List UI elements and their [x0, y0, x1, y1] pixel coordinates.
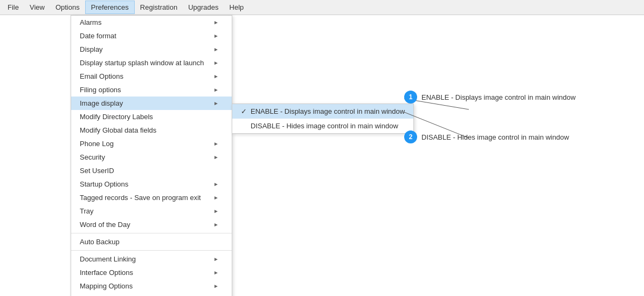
menu-item-mapping-options[interactable]: Mapping Options ►: [71, 279, 232, 293]
arrow-icon: ►: [213, 46, 219, 52]
callout-text-1: ENABLE - Displays image control in main …: [421, 93, 576, 101]
menu-preferences[interactable]: Preferences: [85, 1, 135, 14]
arrow-icon: ►: [213, 141, 219, 147]
callout-2: 2 DISABLE - Hides image control in main …: [404, 130, 576, 143]
menu-item-tagged-records[interactable]: Tagged records - Save on program exit ►: [71, 191, 232, 204]
arrow-icon: ►: [213, 181, 219, 187]
callout-text-2: DISABLE - Hides image control in main wi…: [421, 133, 569, 141]
menubar: File View Options Preferences Registrati…: [0, 0, 644, 15]
separator-1: [71, 233, 232, 233]
arrow-icon: ►: [213, 33, 219, 39]
menu-item-quick-tips[interactable]: Quick Tips ►: [71, 293, 232, 296]
menu-item-phone-log[interactable]: Phone Log ►: [71, 137, 232, 150]
callout-badge-2: 2: [404, 130, 417, 143]
callout-badge-1: 1: [404, 91, 417, 104]
arrow-icon: ►: [213, 154, 219, 160]
arrow-icon: ►: [213, 60, 219, 66]
submenu-disable-img[interactable]: DISABLE - Hides image control in main wi…: [232, 119, 413, 133]
arrow-icon: ►: [213, 270, 219, 276]
arrow-icon: ►: [213, 195, 219, 201]
menu-options[interactable]: Options: [50, 1, 85, 13]
menu-view[interactable]: View: [24, 1, 50, 13]
callout-container: 1 ENABLE - Displays image control in mai…: [404, 91, 576, 170]
menu-item-display[interactable]: Display ►: [71, 43, 232, 56]
menu-item-modify-dir-labels[interactable]: Modify Directory Labels: [71, 110, 232, 123]
menu-item-alarms[interactable]: Alarms ►: [71, 16, 232, 29]
menu-item-email-options[interactable]: Email Options ►: [71, 70, 232, 83]
menu-item-startup-options[interactable]: Startup Options ►: [71, 177, 232, 191]
arrow-icon: ►: [213, 283, 219, 289]
main-area: Alarms ► Date format ► Display ► Display…: [0, 15, 644, 296]
arrow-icon: ►: [213, 222, 219, 228]
separator-2: [71, 250, 232, 251]
menu-item-security[interactable]: Security ►: [71, 150, 232, 164]
arrow-icon: ►: [213, 100, 219, 106]
menu-item-tray[interactable]: Tray ►: [71, 204, 232, 218]
arrow-icon: ►: [213, 87, 219, 93]
image-display-submenu: ✓ ENABLE - Displays image control in mai…: [232, 104, 414, 134]
arrow-icon: ►: [213, 208, 219, 214]
menu-item-date-format[interactable]: Date format ►: [71, 29, 232, 43]
menu-item-filing-options[interactable]: Filing options ►: [71, 83, 232, 97]
menu-help[interactable]: Help: [224, 1, 250, 13]
menu-file[interactable]: File: [2, 1, 24, 13]
checkmark-placeholder: [241, 122, 251, 130]
checkmark-icon: ✓: [241, 107, 251, 115]
menu-item-doc-linking[interactable]: Document Linking ►: [71, 252, 232, 266]
menu-item-interface-options[interactable]: Interface Options ►: [71, 266, 232, 279]
arrow-icon: ►: [213, 19, 219, 25]
arrow-icon: ►: [213, 256, 219, 262]
menu-item-word-of-day[interactable]: Word of the Day ►: [71, 218, 232, 231]
callout-1: 1 ENABLE - Displays image control in mai…: [404, 91, 576, 104]
menu-item-set-userid[interactable]: Set UserID: [71, 164, 232, 177]
menu-item-image-display[interactable]: Image display ►: [71, 97, 232, 110]
arrow-icon: ►: [213, 73, 219, 79]
menu-upgrades[interactable]: Upgrades: [183, 1, 224, 13]
menu-item-modify-global[interactable]: Modify Global data fields: [71, 123, 232, 137]
menu-item-auto-backup[interactable]: Auto Backup: [71, 235, 232, 249]
menu-registration[interactable]: Registration: [135, 1, 183, 13]
menu-item-startup-splash[interactable]: Display startup splash window at launch …: [71, 56, 232, 70]
preferences-dropdown: Alarms ► Date format ► Display ► Display…: [71, 15, 232, 296]
submenu-enable-img[interactable]: ✓ ENABLE - Displays image control in mai…: [232, 104, 413, 119]
